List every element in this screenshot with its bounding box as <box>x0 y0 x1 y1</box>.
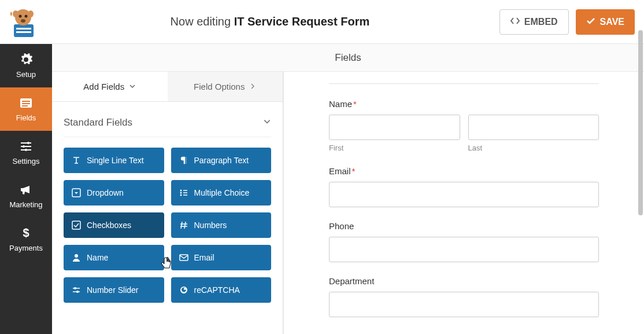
check-square-icon <box>72 221 81 230</box>
label-text: Name <box>329 99 352 109</box>
form-name: IT Service Request Form <box>234 15 370 28</box>
nav-setup[interactable]: Setup <box>0 44 52 87</box>
nav-settings[interactable]: Settings <box>0 131 52 174</box>
phone-input[interactable] <box>329 237 599 262</box>
fields-panel: Add Fields Field Options Standard Fields <box>52 72 283 334</box>
scrollbar-thumb[interactable] <box>638 72 643 215</box>
first-name-input[interactable] <box>329 115 460 140</box>
panel-scrollbar[interactable] <box>638 72 643 238</box>
field-label: Paragraph Text <box>194 156 249 165</box>
preview-field-phone[interactable]: Phone <box>329 221 599 262</box>
svg-point-22 <box>75 254 78 258</box>
label-text: Email <box>329 166 351 176</box>
field-checkboxes[interactable]: Checkboxes <box>64 212 164 238</box>
svg-point-5 <box>25 14 28 17</box>
svg-rect-0 <box>14 24 34 37</box>
code-icon <box>510 16 520 28</box>
envelope-icon <box>179 253 188 262</box>
svg-rect-2 <box>16 31 31 33</box>
svg-point-24 <box>74 287 76 289</box>
tab-field-options-label: Field Options <box>194 82 245 91</box>
field-name[interactable]: Name <box>64 245 164 270</box>
tab-add-fields[interactable]: Add Fields <box>52 72 168 101</box>
nav-fields[interactable]: Fields <box>0 87 52 131</box>
svg-rect-21 <box>72 221 80 229</box>
caret-square-icon <box>72 188 81 197</box>
field-label: Multiple Choice <box>194 188 250 197</box>
tab-add-fields-label: Add Fields <box>83 82 124 91</box>
phone-label: Phone <box>329 221 599 231</box>
nav-setup-label: Setup <box>16 70 36 79</box>
bullhorn-icon <box>19 183 33 197</box>
field-label: Numbers <box>194 221 227 230</box>
preview-field-name[interactable]: Name* First Last <box>329 99 599 152</box>
nav-payments[interactable]: $ Payments <box>0 218 52 261</box>
page-title: Now editing IT Service Request Form <box>40 15 499 28</box>
chevron-down-icon <box>129 82 136 91</box>
field-dropdown[interactable]: Dropdown <box>64 180 164 205</box>
department-input[interactable] <box>329 292 599 317</box>
svg-point-8 <box>28 10 34 17</box>
email-input[interactable] <box>329 182 599 207</box>
group-title-label: Standard Fields <box>64 117 132 129</box>
editing-prefix: Now editing <box>171 15 231 28</box>
svg-text:$: $ <box>23 226 29 239</box>
nav-marketing[interactable]: Marketing <box>0 174 52 218</box>
hashtag-icon <box>179 221 188 230</box>
svg-point-13 <box>27 142 29 144</box>
field-label: Dropdown <box>87 188 124 197</box>
field-label: Number Slider <box>87 285 138 295</box>
nav-fields-label: Fields <box>16 113 36 122</box>
chevron-down-icon <box>263 117 271 129</box>
svg-point-6 <box>21 19 25 23</box>
field-label: Checkboxes <box>87 221 131 230</box>
first-sublabel: First <box>329 144 460 152</box>
tab-field-options[interactable]: Field Options <box>168 72 283 101</box>
svg-rect-12 <box>22 105 28 107</box>
svg-rect-1 <box>16 28 31 30</box>
field-recaptcha[interactable]: reCAPTCHA <box>171 277 272 303</box>
chevron-right-icon <box>249 82 256 91</box>
field-single-line-text[interactable]: Single Line Text <box>64 148 164 173</box>
preview-field-department[interactable]: Department <box>329 276 599 317</box>
required-indicator: * <box>353 99 357 109</box>
form-preview: Name* First Last <box>283 72 644 334</box>
gear-icon <box>19 53 33 67</box>
text-icon <box>72 156 81 165</box>
list-ul-icon <box>179 188 188 197</box>
field-label: Single Line Text <box>87 156 144 165</box>
save-label: SAVE <box>600 17 624 27</box>
sliders-icon <box>19 140 33 153</box>
dollar-icon: $ <box>19 226 33 240</box>
embed-label: EMBED <box>524 17 558 27</box>
list-icon <box>19 96 33 110</box>
last-sublabel: Last <box>468 144 599 152</box>
field-multiple-choice[interactable]: Multiple Choice <box>171 180 272 205</box>
sliders-icon <box>72 285 81 295</box>
nav-settings-label: Settings <box>13 157 40 166</box>
field-numbers[interactable]: Numbers <box>171 212 272 238</box>
save-button[interactable]: SAVE <box>576 9 635 35</box>
svg-point-19 <box>180 192 182 194</box>
user-icon <box>72 253 81 262</box>
required-indicator: * <box>352 166 356 176</box>
svg-point-20 <box>180 194 182 196</box>
standard-fields-group[interactable]: Standard Fields <box>64 112 271 137</box>
check-icon <box>586 16 595 28</box>
svg-rect-23 <box>180 255 188 260</box>
preview-field-email[interactable]: Email* <box>329 166 599 207</box>
last-name-input[interactable] <box>468 115 599 140</box>
svg-point-14 <box>23 145 25 148</box>
svg-point-4 <box>19 14 22 17</box>
svg-rect-11 <box>22 103 30 104</box>
name-label: Name* <box>329 99 599 109</box>
field-label: Email <box>194 253 214 262</box>
field-email[interactable]: Email <box>171 245 272 270</box>
field-label: Name <box>87 253 108 262</box>
svg-rect-10 <box>22 101 30 102</box>
embed-button[interactable]: EMBED <box>499 9 569 35</box>
field-number-slider[interactable]: Number Slider <box>64 277 164 303</box>
field-paragraph-text[interactable]: Paragraph Text <box>171 148 272 173</box>
google-icon <box>179 285 188 295</box>
nav-payments-label: Payments <box>9 244 43 252</box>
